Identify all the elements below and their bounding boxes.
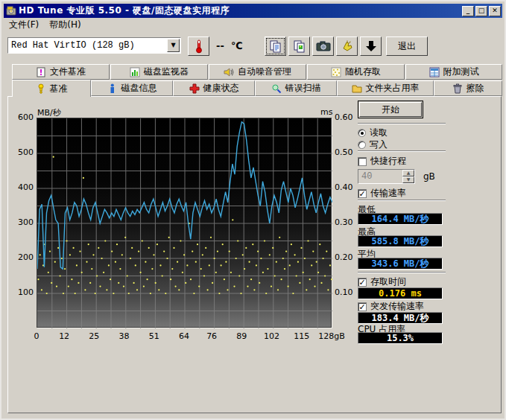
capacity-unit: gB [423, 171, 435, 182]
separator [358, 200, 446, 201]
options-button[interactable] [336, 36, 358, 56]
health-cross-icon [189, 83, 200, 94]
copy-image-button[interactable] [288, 36, 310, 56]
write-radio-label: 写入 [370, 139, 388, 151]
tab-random-access[interactable]: 随机存取 [307, 64, 405, 80]
checkbox-box [358, 302, 367, 311]
axis-tick: 300 [11, 217, 34, 227]
trash-icon [452, 83, 463, 94]
options-icon [341, 39, 354, 53]
stepper-down-icon[interactable]: ▼ [402, 176, 414, 183]
temperature-value: -- [216, 40, 224, 51]
capacity-stepper[interactable]: 40 ▲ ▼ [358, 169, 415, 184]
axis-tick: 51 [149, 331, 159, 341]
max-value-display: 585.8 MB/秒 [358, 235, 443, 247]
tab-benchmark[interactable]: 基准 [12, 80, 91, 97]
axis-tick: 0.30 [335, 217, 353, 227]
exit-button[interactable]: 退出 [386, 36, 428, 56]
tab-label: 错误扫描 [285, 82, 321, 95]
menu-help[interactable]: 帮助(H) [44, 17, 86, 33]
read-radio-label: 读取 [370, 127, 388, 139]
tab-label: 磁盘信息 [121, 82, 157, 95]
axis-tick: 12 [59, 331, 69, 341]
disk-monitor-icon [130, 67, 140, 77]
access-time-label: 存取时间 [370, 276, 406, 288]
copy-text-button[interactable] [265, 36, 286, 56]
title-bar: HD Tune 专业版 5.50 - 硬盘/固态硬盘实用程序 _ □ ✕ [4, 4, 502, 18]
drive-select[interactable]: Red Hat VirtIO (128 gB) ▼ [7, 37, 181, 54]
axis-tick: 0.40 [335, 182, 353, 192]
drive-select-value: Red Hat VirtIO (128 gB) [8, 40, 167, 51]
speaker-icon [224, 67, 234, 77]
stepper-up-icon[interactable]: ▲ [402, 170, 414, 176]
chevron-down-icon[interactable]: ▼ [167, 39, 180, 52]
checkbox-box [358, 278, 367, 287]
access-time-checkbox[interactable]: 存取时间 [358, 276, 406, 288]
start-button[interactable]: 开始 [358, 101, 423, 118]
tab-health[interactable]: 健康状态 [173, 80, 255, 96]
random-access-icon [331, 67, 341, 77]
axis-tick: 100 [11, 287, 34, 297]
tab-file-benchmark[interactable]: ! 文件基准 [12, 64, 110, 80]
write-radio[interactable]: 写入 [358, 139, 388, 151]
axis-tick: 102 [264, 331, 279, 341]
copy-text-icon [269, 39, 282, 53]
tab-extra-tests[interactable]: 附加测试 [405, 64, 502, 80]
tab-label: 健康状态 [203, 82, 239, 95]
tab-label: 磁盘监视器 [144, 66, 189, 78]
axis-tick: 38 [119, 331, 130, 341]
menu-file[interactable]: 文件(F) [4, 17, 44, 33]
tab-label: 文件基准 [50, 66, 86, 78]
transfer-rate-label: 传输速率 [370, 187, 406, 200]
axis-tick: 0.50 [335, 147, 353, 157]
temperature-button[interactable] [188, 36, 209, 56]
file-benchmark-icon: ! [36, 67, 46, 77]
save-icon [365, 39, 377, 53]
axis-tick: 0.20 [335, 252, 353, 262]
axis-tick: 64 [179, 331, 189, 341]
magnifier-icon [271, 83, 282, 94]
tab-error-scan[interactable]: 错误扫描 [255, 80, 337, 96]
axis-tick: 128gB [318, 331, 345, 341]
close-button[interactable]: ✕ [489, 6, 501, 16]
transfer-rate-checkbox[interactable]: 传输速率 [358, 187, 406, 200]
tab-erase[interactable]: 擦除 [434, 80, 502, 96]
read-radio[interactable]: 读取 [358, 127, 388, 139]
tab-label: 自动噪音管理 [238, 66, 291, 78]
maximize-button[interactable]: □ [475, 6, 487, 16]
short-stroke-label: 快捷行程 [370, 155, 406, 168]
axis-tick: 0.10 [335, 287, 353, 297]
benchmark-icon [36, 83, 46, 94]
axis-tick: 400 [11, 182, 34, 192]
save-button[interactable] [360, 36, 382, 56]
camera-icon [316, 40, 331, 52]
tab-aam[interactable]: 自动噪音管理 [209, 64, 306, 80]
thermometer-icon [195, 39, 203, 54]
extra-tests-icon [429, 67, 440, 77]
axis-tick: 0 [34, 331, 39, 341]
window-title: HD Tune 专业版 5.50 - 硬盘/固态硬盘实用程序 [19, 4, 230, 17]
axis-tick: 200 [11, 252, 34, 262]
access-time-display: 0.176 ms [358, 287, 443, 299]
separator [358, 123, 446, 124]
burst-rate-label: 突发传输速率 [370, 300, 424, 313]
radio-circle [358, 141, 366, 149]
y-right-axis-label: ms [320, 107, 332, 117]
screenshot-button[interactable] [312, 36, 334, 56]
separator [358, 150, 446, 152]
menu-bar: 文件(F) 帮助(H) [4, 18, 502, 32]
copy-image-icon [293, 39, 306, 53]
short-stroke-checkbox[interactable]: 快捷行程 [358, 155, 406, 168]
tab-label: 擦除 [467, 82, 484, 95]
tab-folder-usage[interactable]: 文件夹占用率 [337, 80, 434, 96]
minimize-button[interactable]: _ [462, 6, 474, 16]
burst-rate-checkbox[interactable]: 突发传输速率 [358, 300, 424, 313]
avg-value-display: 343.6 MB/秒 [358, 258, 443, 270]
min-value-display: 164.4 MB/秒 [358, 213, 443, 225]
checkbox-box [358, 157, 367, 166]
tab-disk-info[interactable]: 磁盘信息 [91, 80, 173, 96]
burst-rate-display: 183.4 MB/秒 [358, 312, 443, 324]
axis-tick: 76 [206, 331, 217, 341]
axis-tick: 115 [294, 331, 309, 341]
tab-disk-monitor[interactable]: 磁盘监视器 [110, 64, 208, 80]
